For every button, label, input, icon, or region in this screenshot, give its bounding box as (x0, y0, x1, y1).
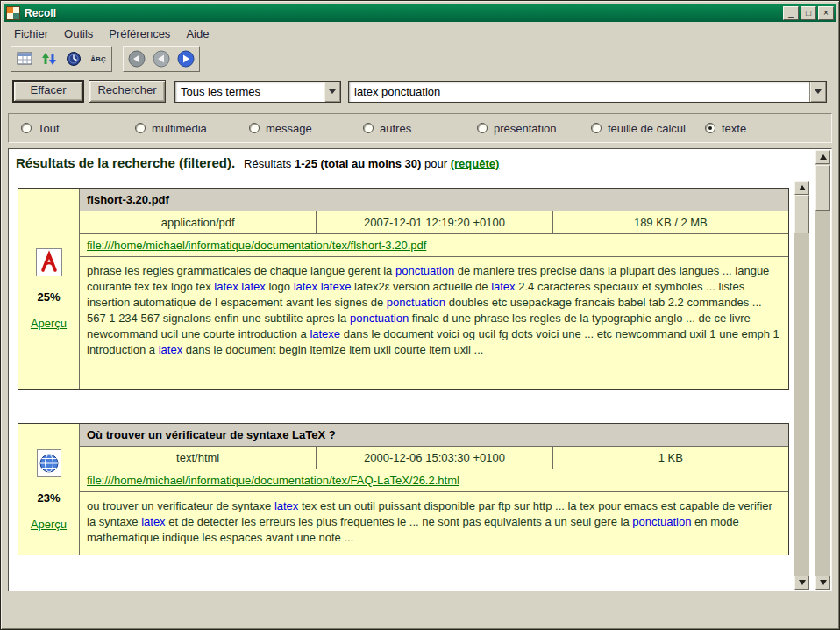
result-item: 23% Aperçu Où trouver un vérificateur de… (18, 423, 789, 555)
result-url-link[interactable]: file:///home/michael/informatique/docume… (87, 239, 426, 252)
filter-radio-presentation[interactable]: présentation (477, 122, 591, 135)
results-header: Résultats de la recherche (filtered).Rés… (16, 155, 791, 171)
results-title: Résultats de la recherche (filtered). (16, 155, 235, 170)
chevron-down-icon[interactable] (324, 82, 340, 102)
filter-label: autres (380, 122, 411, 135)
close-button[interactable]: × (818, 6, 834, 20)
search-mode-select[interactable]: Tous les termes (174, 81, 341, 103)
recoll-window: Recoll _ □ × Fichier Outils Préférences … (0, 0, 840, 630)
search-mode-value: Tous les termes (175, 82, 324, 102)
result-meta-row: text/html 2000-12-06 15:03:30 +0100 1 KB (80, 447, 788, 469)
result-url-row: file:///home/michael/informatique/docume… (80, 469, 788, 492)
titlebar[interactable]: Recoll _ □ × (4, 4, 836, 22)
recoll-app-icon (6, 6, 20, 20)
maximize-button[interactable]: □ (801, 6, 816, 20)
scroll-down-icon[interactable] (815, 576, 830, 590)
category-filter-panel: Tout multimédia message autres présentat… (8, 113, 832, 143)
prev-page-button[interactable] (149, 47, 174, 70)
history-icon (65, 50, 82, 68)
scroll-up-icon[interactable] (794, 181, 809, 195)
result-meta-row: application/pdf 2007-12-01 12:19:20 +010… (80, 211, 788, 234)
filter-radio-autres[interactable]: autres (363, 122, 477, 135)
results-list-scrollbar[interactable] (794, 181, 809, 590)
result-size: 1 KB (552, 447, 788, 469)
radio-icon (135, 123, 146, 133)
relevance-percent: 25% (37, 290, 60, 304)
filter-label: texte (722, 122, 746, 135)
result-item: 25% Aperçu flshort-3.20.pdf application/… (18, 188, 789, 390)
next-page-button[interactable] (174, 47, 198, 70)
results-pane: Résultats de la recherche (filtered).Rés… (8, 148, 832, 591)
chevron-down-icon[interactable] (809, 82, 826, 102)
filter-label: feuille de calcul (608, 122, 686, 135)
sort-button[interactable] (37, 47, 61, 70)
query-link[interactable]: (requête) (451, 157, 500, 170)
result-snippet: phrase les regles grammaticales de chaqu… (80, 257, 788, 389)
scroll-down-icon[interactable] (794, 576, 809, 590)
result-title: flshort-3.20.pdf (80, 189, 788, 211)
result-url-link[interactable]: file:///home/michael/informatique/docume… (87, 474, 459, 487)
result-url-row: file:///home/michael/informatique/docume… (80, 234, 788, 257)
filter-label: Tout (38, 122, 60, 135)
term-explorer-icon: ÂBÇ (90, 55, 105, 63)
result-table-icon (16, 50, 33, 68)
filter-radio-feuille-de-calcul[interactable]: feuille de calcul (591, 122, 705, 135)
arrow-left-icon (127, 49, 146, 68)
history-button[interactable] (61, 47, 86, 70)
toolbar-group-nav (123, 46, 200, 72)
result-size: 189 KB / 2 MB (552, 211, 788, 233)
result-title: Où trouver un vérificateur de syntaxe La… (80, 424, 788, 447)
first-page-button[interactable] (125, 47, 149, 70)
radio-icon (477, 123, 488, 133)
toolbar-group-tools: ÂBÇ (11, 46, 112, 72)
filter-radio-multimedia[interactable]: multimédia (135, 122, 249, 135)
preview-link[interactable]: Aperçu (31, 518, 67, 531)
menu-aide[interactable]: Aide (178, 25, 217, 43)
results-pane-scrollbar[interactable] (815, 150, 830, 590)
result-side-panel: 23% Aperçu (18, 424, 80, 555)
menu-preferences[interactable]: Préférences (101, 25, 178, 43)
filter-label: message (266, 122, 312, 135)
scroll-up-icon[interactable] (815, 150, 830, 164)
arrow-right-icon (176, 49, 196, 68)
result-side-panel: 25% Aperçu (18, 189, 80, 389)
menu-fichier[interactable]: Fichier (6, 25, 56, 43)
scrollbar-thumb[interactable] (794, 195, 809, 233)
result-date: 2000-12-06 15:03:30 +0100 (316, 447, 552, 469)
radio-icon (21, 123, 32, 133)
term-explorer-button[interactable]: ÂBÇ (86, 47, 110, 70)
results-count-prefix: Résultats (244, 157, 291, 170)
result-date: 2007-12-01 12:19:20 +0100 (316, 211, 552, 233)
search-input[interactable] (349, 82, 809, 102)
radio-icon (249, 123, 260, 133)
filter-label: multimédia (152, 122, 207, 135)
relevance-percent: 23% (37, 491, 60, 505)
search-query-combo (348, 81, 827, 103)
arrow-left-icon (152, 49, 171, 68)
filter-radio-texte[interactable]: texte (705, 122, 819, 135)
results-count-range: 1-25 (total au moins 30) (295, 157, 421, 170)
preview-link[interactable]: Aperçu (31, 317, 67, 330)
filter-radio-tout[interactable]: Tout (21, 122, 135, 135)
pdf-icon (35, 247, 63, 277)
minimize-button[interactable]: _ (783, 6, 799, 20)
results-count-pour: pour (424, 157, 447, 170)
result-mime: text/html (80, 447, 316, 469)
window-title: Recoll (25, 7, 781, 19)
radio-icon (705, 123, 715, 133)
result-mime: application/pdf (80, 211, 316, 233)
menubar: Fichier Outils Préférences Aide (6, 25, 217, 43)
sort-arrows-icon (40, 50, 58, 68)
results-list: 25% Aperçu flshort-3.20.pdf application/… (18, 188, 789, 589)
search-button[interactable]: Rechercher (89, 80, 166, 103)
result-snippet: ou trouver un verificateur de syntaxe la… (80, 492, 788, 555)
clear-button[interactable]: Effacer (12, 80, 84, 103)
scrollbar-thumb[interactable] (815, 165, 830, 211)
menu-outils[interactable]: Outils (56, 25, 101, 43)
result-table-button[interactable] (12, 47, 37, 70)
filter-label: présentation (494, 122, 557, 135)
radio-icon (363, 123, 374, 133)
search-bar: Effacer Rechercher Tous les termes (12, 80, 827, 103)
html-icon (35, 448, 63, 478)
filter-radio-message[interactable]: message (249, 122, 363, 135)
